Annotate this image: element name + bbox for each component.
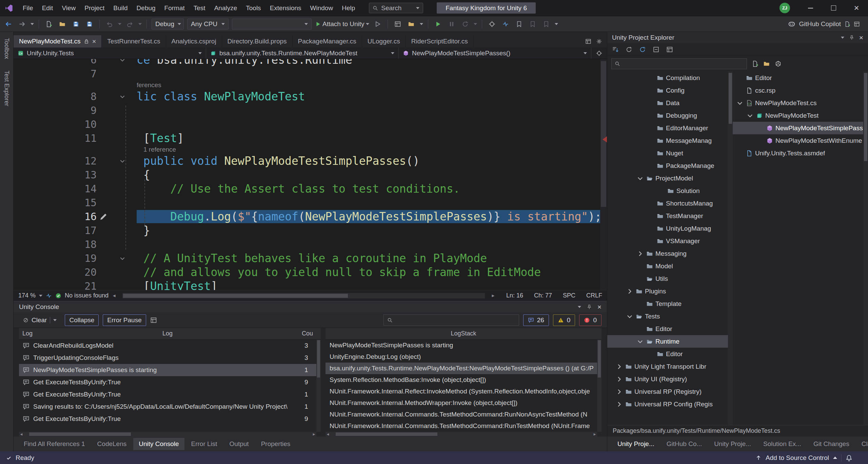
refresh-icon[interactable] (626, 46, 632, 53)
menu-edit[interactable]: Edit (38, 0, 58, 16)
panel-tab[interactable]: Solution Ex... (758, 438, 807, 450)
menu-debug[interactable]: Debug (132, 0, 160, 16)
fold-chevron-icon[interactable] (119, 255, 126, 262)
menu-file[interactable]: File (18, 0, 38, 16)
console-columns-icon[interactable] (150, 317, 157, 324)
scroll-left-icon[interactable]: ◄ (112, 293, 116, 298)
code-editor[interactable]: 6ce bsa.unify.unity.Tests.Runtime7ferenc… (14, 59, 607, 290)
error-count-badge[interactable]: 0 (579, 314, 601, 326)
side-tab-toolbox[interactable]: Toolbox (3, 38, 10, 59)
next-bookmark-icon[interactable] (541, 18, 551, 30)
log-table-hscrollbar[interactable]: ◄► (19, 432, 316, 437)
document-tab[interactable]: NewPlayModeTest.cs× (14, 35, 102, 47)
folder-tree-item[interactable]: MessageManag (607, 134, 728, 147)
chevron-right-icon[interactable] (615, 375, 623, 383)
code-line[interactable]: 10 (14, 117, 600, 131)
code-line[interactable]: 14 // Use the Assert class to test condi… (14, 182, 600, 196)
attach-to-unity-button[interactable]: Attach to Unity (315, 18, 369, 30)
code-line[interactable]: 17 } (14, 224, 600, 237)
menu-project[interactable]: Project (80, 0, 109, 16)
document-tab[interactable]: PackageManager.cs (293, 35, 362, 47)
console-log-row[interactable]: NewPlayModeTestSimplePasses is starting1 (19, 364, 321, 376)
console-log-row[interactable]: Get ExecuteTestsByUnify:True9 (19, 376, 321, 388)
close-panel-icon[interactable]: × (859, 34, 863, 42)
logstack-row[interactable]: NUnit.Framework.Internal.Reflect:InvokeM… (326, 386, 601, 397)
folder-tree-item[interactable]: VSManager (607, 235, 728, 247)
folder-tree-item[interactable]: UnityLogManag (607, 222, 728, 235)
folder-tree-item[interactable]: Nuget (607, 147, 728, 159)
debug-steps-chevron-icon[interactable] (474, 23, 477, 25)
code-line[interactable]: 7 (14, 67, 600, 81)
navigate-back-icon[interactable] (3, 18, 14, 30)
spaces-indicator[interactable]: SPC (563, 292, 575, 299)
run-tests-icon[interactable] (433, 18, 443, 30)
redo-chevron-icon[interactable] (138, 23, 142, 25)
chevron-right-icon[interactable] (615, 363, 623, 370)
folder-tree-item[interactable]: Debugging (607, 109, 728, 122)
chevron-down-icon[interactable] (746, 112, 754, 119)
folder-tree-item[interactable]: PackageManage (607, 159, 728, 172)
menu-window[interactable]: Window (306, 0, 338, 16)
notifications-bell-icon[interactable] (846, 455, 852, 461)
folder-tree-item[interactable]: Template (607, 297, 728, 310)
logstack-hscrollbar[interactable]: ◄► (326, 432, 597, 437)
logstack-vscrollbar[interactable] (597, 340, 601, 432)
fold-chevron-icon[interactable] (119, 158, 126, 165)
add-folder-icon[interactable] (752, 60, 758, 67)
file-tree-item[interactable]: NewPlayModeTestWithEnume (733, 134, 863, 147)
document-tab[interactable]: Analytics.csproj (166, 35, 222, 47)
code-line[interactable]: 19 // A UnityTest behaves like a corouti… (14, 251, 600, 265)
panel-tab[interactable]: GitHub Co... (661, 438, 708, 450)
file-tree-item[interactable]: C#NewPlayModeTest.cs (733, 97, 863, 109)
logstack-row[interactable]: NewPlayModeTestSimplePasses is starting (326, 340, 601, 351)
folder-tree-item[interactable]: ProjectModel (607, 172, 728, 185)
folder-tree-item[interactable]: Utils (607, 272, 728, 285)
panel-tab[interactable]: CodeLens (92, 438, 132, 450)
folder-tree-item[interactable]: EditorManager (607, 122, 728, 134)
sync-icon[interactable] (639, 46, 646, 53)
nav-history-chevron-icon[interactable] (31, 23, 34, 25)
configuration-combo[interactable]: Debug (152, 19, 184, 30)
document-tab[interactable]: RiderScriptEditor.cs (406, 35, 474, 47)
code-line[interactable]: 15 (14, 196, 600, 210)
folder-tree-item[interactable]: Data (607, 97, 728, 109)
add-to-source-control-button[interactable]: Add to Source Control (766, 454, 829, 462)
document-tab[interactable]: ULogger.cs (362, 35, 406, 47)
solution-folder-icon[interactable] (406, 18, 416, 30)
folder-tree-item[interactable]: ShortcutsManag (607, 197, 728, 210)
console-search-box[interactable] (383, 314, 519, 326)
chevron-down-icon[interactable] (39, 295, 42, 297)
menu-format[interactable]: Format (160, 0, 189, 16)
chevron-down-icon[interactable] (626, 313, 633, 320)
folder-tree-item[interactable]: Model (607, 260, 728, 272)
warning-count-badge[interactable]: 0 (553, 314, 575, 326)
panel-tab[interactable]: Unity Proje... (709, 438, 756, 450)
code-line[interactable]: 11 [Test] (14, 131, 600, 145)
chevron-down-icon[interactable] (578, 306, 581, 308)
folder-tree-item[interactable]: Editor (607, 348, 728, 360)
console-log-row[interactable]: Get ExecuteTestsByUnify:True1 (19, 388, 321, 401)
code-line[interactable]: 21 [UnityTest] (14, 279, 600, 290)
minimize-button[interactable] (799, 0, 822, 16)
live-unit-testing-icon[interactable] (487, 18, 497, 30)
undo-icon[interactable] (104, 18, 115, 30)
document-tab[interactable]: TestRunnerTest.cs (102, 35, 166, 47)
show-all-files-icon[interactable] (763, 60, 770, 67)
open-file-icon[interactable] (57, 18, 67, 30)
folder-tree-item[interactable]: Compilation (607, 72, 728, 84)
panel-tab[interactable]: Git Changes (808, 438, 855, 450)
line-indicator[interactable]: Ln: 16 (506, 292, 523, 299)
line-ending-indicator[interactable]: CRLF (586, 292, 602, 299)
source-control-expand-icon[interactable] (833, 457, 837, 459)
fold-chevron-icon[interactable] (119, 59, 126, 63)
account-avatar[interactable]: ZJ (780, 3, 790, 13)
code-window-icon[interactable] (393, 18, 403, 30)
console-log-row[interactable]: Saving results to: C:/Users/nj525/AppDat… (19, 401, 321, 413)
navigate-forward-icon[interactable] (17, 18, 27, 30)
package-manager-icon[interactable] (775, 60, 782, 67)
column-indicator[interactable]: Ch: 77 (534, 292, 552, 299)
code-line[interactable]: 6ce bsa.unify.unity.Tests.Runtime (14, 59, 600, 67)
tab-list-icon[interactable] (585, 38, 591, 44)
file-tree-scrollbar[interactable] (863, 72, 868, 425)
panel-tab[interactable]: Properties (256, 438, 296, 450)
